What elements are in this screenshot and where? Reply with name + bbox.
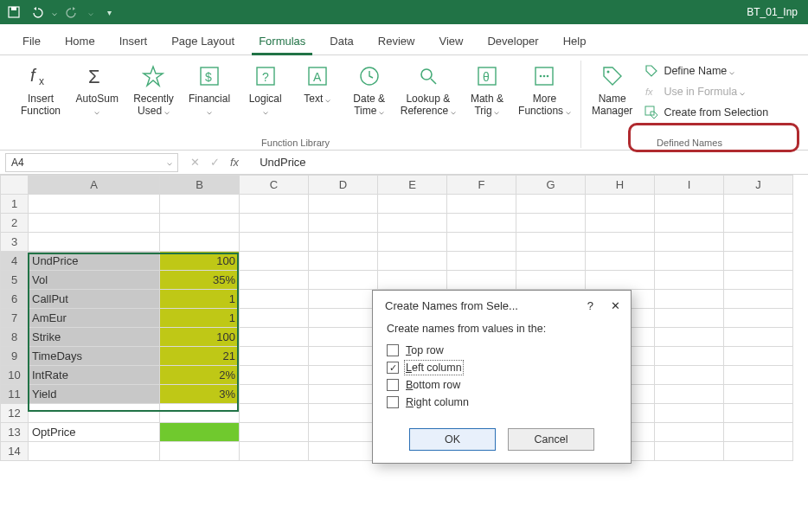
cancel-button[interactable]: Cancel xyxy=(508,428,594,451)
cell[interactable]: 2% xyxy=(160,366,240,385)
redo-dropdown-icon[interactable]: ⌵ xyxy=(88,8,93,17)
cell[interactable] xyxy=(309,195,378,214)
cell[interactable] xyxy=(29,404,160,423)
qat-customize-icon[interactable]: ▾ xyxy=(107,8,112,17)
cell[interactable] xyxy=(240,347,309,366)
cell[interactable]: 3% xyxy=(160,385,240,404)
col-header[interactable]: C xyxy=(240,176,309,195)
cell[interactable] xyxy=(724,423,793,442)
name-manager-button[interactable]: Name Manager xyxy=(588,61,636,119)
cell[interactable] xyxy=(724,442,793,461)
cell[interactable] xyxy=(655,233,724,252)
cell[interactable] xyxy=(586,214,655,233)
cell[interactable] xyxy=(240,442,309,461)
cell[interactable] xyxy=(309,366,378,385)
cell[interactable] xyxy=(586,252,655,271)
name-box[interactable]: A4 ⌵ xyxy=(5,153,178,172)
cell[interactable] xyxy=(309,290,378,309)
financial-button[interactable]: $ Financial xyxy=(182,61,236,119)
row-header[interactable]: 2 xyxy=(1,214,29,233)
tab-developer[interactable]: Developer xyxy=(475,29,550,54)
undo-dropdown-icon[interactable]: ⌵ xyxy=(52,8,57,17)
cell[interactable] xyxy=(655,423,724,442)
tab-data[interactable]: Data xyxy=(317,29,365,54)
cell[interactable] xyxy=(724,328,793,347)
cell[interactable] xyxy=(29,233,160,252)
col-header[interactable]: B xyxy=(160,176,240,195)
cell[interactable] xyxy=(378,271,447,290)
cell[interactable] xyxy=(724,195,793,214)
cell[interactable] xyxy=(240,309,309,328)
top-row-checkbox[interactable]: Top row xyxy=(387,342,617,359)
cell[interactable]: Vol xyxy=(29,271,160,290)
cell[interactable] xyxy=(240,404,309,423)
cell[interactable] xyxy=(240,214,309,233)
row-header[interactable]: 7 xyxy=(1,309,29,328)
cell[interactable] xyxy=(724,347,793,366)
undo-icon[interactable] xyxy=(29,5,43,19)
cell[interactable]: 100 xyxy=(160,328,240,347)
col-header[interactable]: G xyxy=(516,176,586,195)
right-column-checkbox[interactable]: Right column xyxy=(387,394,617,411)
cell[interactable] xyxy=(655,252,724,271)
cell[interactable] xyxy=(29,195,160,214)
lookup-reference-button[interactable]: Lookup & Reference xyxy=(398,61,459,119)
cell[interactable] xyxy=(516,233,586,252)
cell[interactable]: 1 xyxy=(160,290,240,309)
cell[interactable] xyxy=(724,233,793,252)
cell[interactable] xyxy=(447,214,516,233)
math-trig-button[interactable]: θ Math & Trig xyxy=(464,61,510,119)
col-header[interactable]: E xyxy=(378,176,447,195)
col-header[interactable]: I xyxy=(655,176,724,195)
cell[interactable] xyxy=(309,328,378,347)
cell[interactable]: TimeDays xyxy=(29,347,160,366)
tab-help[interactable]: Help xyxy=(551,29,599,54)
row-header[interactable]: 4 xyxy=(1,252,29,271)
more-functions-button[interactable]: More Functions xyxy=(516,61,574,119)
cell[interactable] xyxy=(516,252,586,271)
tab-page-layout[interactable]: Page Layout xyxy=(159,29,247,54)
cell[interactable] xyxy=(378,195,447,214)
cell[interactable] xyxy=(160,404,240,423)
cell[interactable] xyxy=(724,252,793,271)
redo-icon[interactable] xyxy=(66,5,80,19)
cell[interactable] xyxy=(29,442,160,461)
cell[interactable] xyxy=(309,404,378,423)
cell[interactable] xyxy=(240,195,309,214)
logical-button[interactable]: ? Logical xyxy=(242,61,289,119)
cell[interactable] xyxy=(240,328,309,347)
cell[interactable] xyxy=(586,271,655,290)
tab-view[interactable]: View xyxy=(426,29,475,54)
table-row[interactable]: 1 xyxy=(1,195,793,214)
row-header[interactable]: 12 xyxy=(1,404,29,423)
cell[interactable]: 1 xyxy=(160,309,240,328)
row-header[interactable]: 3 xyxy=(1,233,29,252)
cell[interactable]: IntRate xyxy=(29,366,160,385)
cell[interactable] xyxy=(655,442,724,461)
cell[interactable] xyxy=(309,252,378,271)
cell[interactable] xyxy=(447,233,516,252)
cell[interactable]: CallPut xyxy=(29,290,160,309)
row-header[interactable]: 6 xyxy=(1,290,29,309)
define-name-button[interactable]: Define Name xyxy=(641,62,772,80)
text-button[interactable]: A Text xyxy=(294,61,341,107)
cell[interactable]: 21 xyxy=(160,347,240,366)
tab-review[interactable]: Review xyxy=(366,29,427,54)
cell[interactable] xyxy=(447,195,516,214)
table-row[interactable]: 4UndPrice100 xyxy=(1,252,793,271)
cell[interactable] xyxy=(240,385,309,404)
cell[interactable] xyxy=(655,347,724,366)
col-header[interactable]: F xyxy=(447,176,516,195)
cell[interactable]: AmEur xyxy=(29,309,160,328)
cell[interactable] xyxy=(655,195,724,214)
tab-home[interactable]: Home xyxy=(53,29,107,54)
cell[interactable] xyxy=(240,252,309,271)
use-in-formula-button[interactable]: fx Use in Formula xyxy=(641,83,772,100)
cell[interactable] xyxy=(724,271,793,290)
cell[interactable] xyxy=(309,442,378,461)
cell[interactable] xyxy=(586,233,655,252)
cell[interactable] xyxy=(309,214,378,233)
cell[interactable] xyxy=(516,214,586,233)
tab-formulas[interactable]: Formulas xyxy=(247,29,317,54)
cell[interactable] xyxy=(29,214,160,233)
